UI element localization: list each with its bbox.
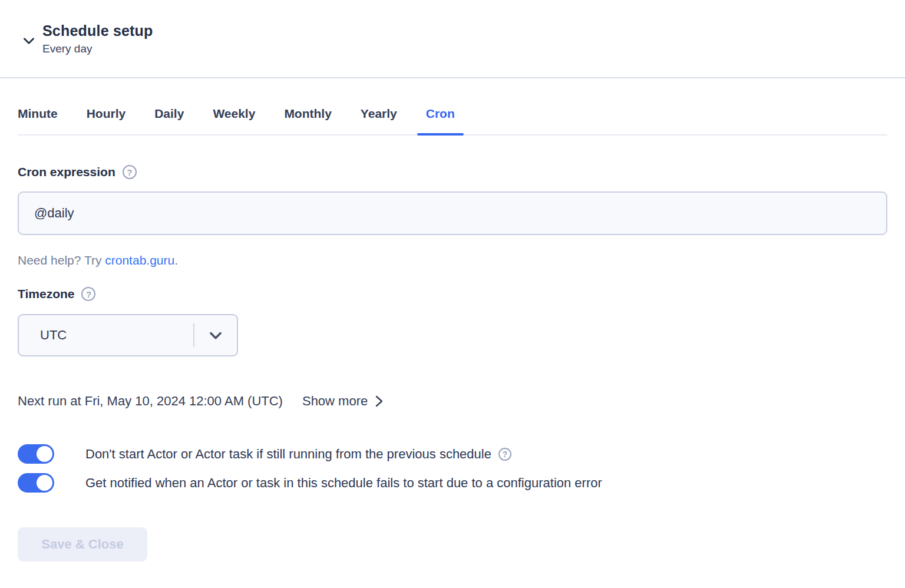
help-icon[interactable]: ? — [498, 448, 511, 461]
tab-yearly[interactable]: Yearly — [361, 107, 397, 134]
chevron-down-icon[interactable] — [21, 33, 37, 48]
schedule-setup-body: Minute Hourly Daily Weekly Monthly Yearl… — [0, 107, 905, 561]
help-icon[interactable]: ? — [123, 165, 137, 179]
schedule-options: Don't start Actor or Actor task if still… — [18, 444, 887, 493]
page-title: Schedule setup — [42, 22, 153, 39]
footer: Save & Close — [18, 527, 887, 561]
cron-help-suffix: . — [174, 253, 178, 267]
show-more-button[interactable]: Show more — [302, 394, 385, 409]
next-run-text: Next run at Fri, May 10, 2024 12:00 AM (… — [18, 394, 283, 409]
tab-weekly[interactable]: Weekly — [213, 107, 255, 134]
timezone-select-caret[interactable] — [194, 327, 237, 343]
tab-daily[interactable]: Daily — [154, 107, 184, 134]
cron-expression-input[interactable] — [18, 191, 887, 235]
timezone-selected-value: UTC — [19, 328, 193, 343]
dont-start-toggle-label: Don't start Actor or Actor task if still… — [85, 447, 491, 462]
schedule-setup-header: Schedule setup Every day — [0, 0, 905, 78]
cron-expression-label-row: Cron expression ? — [18, 165, 887, 179]
dont-start-toggle[interactable] — [18, 444, 54, 464]
tab-hourly[interactable]: Hourly — [87, 107, 126, 134]
show-more-label: Show more — [302, 394, 368, 409]
timezone-label: Timezone — [18, 287, 74, 301]
help-icon[interactable]: ? — [81, 287, 95, 301]
tab-monthly[interactable]: Monthly — [284, 107, 331, 134]
crontab-guru-link[interactable]: crontab.guru — [105, 253, 174, 267]
tab-minute[interactable]: Minute — [18, 107, 58, 134]
toggle-knob — [37, 446, 52, 462]
toggle-row-notify: Get notified when an Actor or task in th… — [18, 473, 887, 493]
chevron-right-icon — [373, 394, 385, 408]
header-text-block: Schedule setup Every day — [42, 22, 153, 55]
tab-cron[interactable]: Cron — [426, 107, 455, 134]
notify-toggle[interactable] — [18, 473, 54, 493]
timezone-label-row: Timezone ? — [18, 287, 887, 301]
cron-help-text: Need help? Try crontab.guru. — [18, 253, 887, 267]
chevron-down-icon — [207, 327, 224, 343]
cron-expression-label: Cron expression — [18, 165, 115, 179]
save-close-button[interactable]: Save & Close — [18, 527, 147, 561]
page-subtitle: Every day — [42, 42, 153, 55]
toggle-knob — [37, 475, 52, 491]
timezone-select[interactable]: UTC — [18, 314, 238, 356]
schedule-type-tabs: Minute Hourly Daily Weekly Monthly Yearl… — [18, 107, 887, 136]
notify-toggle-label: Get notified when an Actor or task in th… — [85, 475, 602, 491]
next-run-row: Next run at Fri, May 10, 2024 12:00 AM (… — [18, 394, 887, 409]
cron-help-prefix: Need help? Try — [18, 253, 105, 267]
toggle-row-dont-start: Don't start Actor or Actor task if still… — [18, 444, 887, 464]
